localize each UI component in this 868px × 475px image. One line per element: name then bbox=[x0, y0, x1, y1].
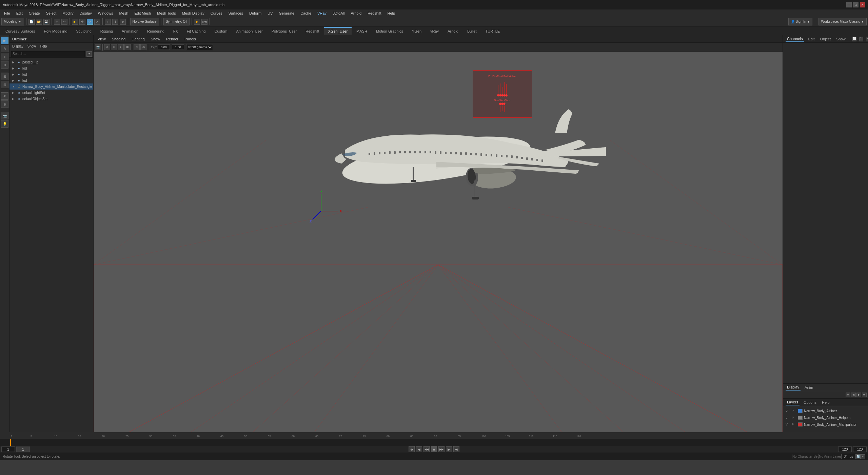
outliner-item-defaultlightset[interactable]: ▶ ◉ defaultLightSet bbox=[9, 90, 93, 96]
show-manipulator-btn[interactable]: ⊞ bbox=[1, 73, 8, 80]
menu-surfaces[interactable]: Surfaces bbox=[226, 11, 246, 16]
outliner-menu-help[interactable]: Help bbox=[39, 44, 48, 48]
status-icon-1[interactable]: 🔄 bbox=[856, 454, 861, 459]
go-to-end-btn[interactable]: ⏭ bbox=[453, 446, 459, 452]
minimize-button[interactable]: — bbox=[846, 2, 852, 7]
menu-3dtoa[interactable]: 3DtoAll bbox=[330, 11, 347, 16]
step-back-btn[interactable]: ◀ bbox=[416, 446, 422, 452]
snap-icon-btn[interactable]: ⊕ bbox=[1, 100, 8, 108]
light-btn[interactable]: 💡 bbox=[1, 120, 8, 128]
outliner-item-manipulator[interactable]: ▼ ⬡ Narrow_Body_Airliner_Manipulator_Rec… bbox=[9, 83, 93, 90]
menu-vray[interactable]: VRay bbox=[315, 11, 329, 16]
lasso-tool-btn[interactable]: ○ bbox=[1, 53, 8, 60]
frame-end-input[interactable] bbox=[853, 446, 867, 452]
go-to-start-btn[interactable]: ⏮ bbox=[409, 446, 415, 452]
frame-start-input[interactable] bbox=[1, 446, 15, 452]
viewport-canvas[interactable]: Y X Z Pos Elev Ruddr Ruddr Ailron bbox=[94, 52, 783, 451]
playback-end-input[interactable] bbox=[838, 446, 852, 452]
outliner-menu-display[interactable]: Display bbox=[11, 44, 25, 48]
outliner-search-input[interactable] bbox=[11, 51, 85, 57]
tab-fit-caching[interactable]: Fit Caching bbox=[183, 27, 210, 35]
tab-redshift[interactable]: Redshift bbox=[301, 27, 323, 35]
viewport-menu-panels[interactable]: Panels bbox=[182, 36, 199, 42]
vp-shaded-icon[interactable]: ● bbox=[118, 44, 124, 50]
outliner-item-lod3[interactable]: ▶ ■ lod bbox=[9, 77, 93, 83]
vp-wireframe-icon[interactable]: ⊞ bbox=[111, 44, 117, 50]
menu-display[interactable]: Display bbox=[77, 11, 95, 16]
menu-help[interactable]: Help bbox=[385, 11, 398, 16]
tab-fx[interactable]: FX bbox=[169, 27, 182, 35]
outliner-item-defaultobjectset[interactable]: ▶ ◉ defaultObjectSet bbox=[9, 96, 93, 102]
undo-icon[interactable]: ↩ bbox=[54, 19, 60, 25]
tab-help-layers[interactable]: Help bbox=[821, 400, 831, 405]
menu-mesh[interactable]: Mesh bbox=[116, 11, 131, 16]
paint-tool-btn[interactable]: ✎ bbox=[1, 45, 8, 52]
snap-grid-icon[interactable]: # bbox=[105, 19, 111, 25]
outliner-item-lod2[interactable]: ▶ ■ lod bbox=[9, 71, 93, 77]
tab-bullet[interactable]: Bullet bbox=[463, 27, 481, 35]
tab-mash[interactable]: MASH bbox=[352, 27, 371, 35]
tab-poly-modeling[interactable]: Poly Modeling bbox=[40, 27, 71, 35]
layer-row-manipulator[interactable]: V P Narrow_Body_Airliner_Manipulator bbox=[783, 421, 868, 428]
snap-point-icon[interactable]: ⊕ bbox=[120, 19, 126, 25]
step-forward-btn[interactable]: ▶ bbox=[446, 446, 452, 452]
outliner-item-lod1[interactable]: ▶ ■ lod bbox=[9, 65, 93, 71]
menu-arnold[interactable]: Arnold bbox=[348, 11, 364, 16]
menu-redshift[interactable]: Redshift bbox=[365, 11, 384, 16]
select-tool-icon[interactable]: ▶ bbox=[72, 19, 78, 25]
symmetry-btn[interactable]: Symmetry: Off bbox=[163, 18, 190, 25]
viewport[interactable]: View Shading Lighting Show Render Panels… bbox=[94, 35, 783, 451]
workspace-selector[interactable]: Workspace: Maya Classic ▼ bbox=[818, 18, 867, 25]
outliner-menu-show[interactable]: Show bbox=[26, 44, 37, 48]
viewport-menu-show[interactable]: Show bbox=[148, 36, 163, 42]
camera-btn[interactable]: 📷 bbox=[1, 112, 8, 119]
viewport-menu-lighting[interactable]: Lighting bbox=[129, 36, 147, 42]
outliner-search-icon[interactable]: ▼ bbox=[86, 51, 92, 57]
tab-object[interactable]: Object bbox=[818, 36, 832, 42]
layer-first-icon[interactable]: ⏮ bbox=[846, 393, 850, 397]
select-tool-btn[interactable]: ▶ bbox=[1, 37, 8, 44]
stop-btn[interactable]: ■ bbox=[431, 446, 437, 452]
menu-create[interactable]: Create bbox=[26, 11, 43, 16]
viewport-menu-render[interactable]: Render bbox=[163, 36, 181, 42]
play-forward-btn[interactable]: ▶▶ bbox=[438, 446, 445, 452]
move-tool-icon[interactable]: ✛ bbox=[79, 19, 85, 25]
menu-mesh-tools[interactable]: Mesh Tools bbox=[154, 11, 178, 16]
menu-generate[interactable]: Generate bbox=[276, 11, 297, 16]
colorspace-selector[interactable]: sRGB gamma bbox=[186, 44, 213, 50]
menu-edit-mesh[interactable]: Edit Mesh bbox=[132, 11, 154, 16]
snap-to-grid-btn[interactable]: # bbox=[1, 92, 8, 100]
viewport-menu-shading[interactable]: Shading bbox=[109, 36, 128, 42]
tab-display[interactable]: Display bbox=[786, 384, 801, 391]
new-scene-icon[interactable]: 📄 bbox=[28, 19, 35, 25]
menu-deform[interactable]: Deform bbox=[246, 11, 264, 16]
tab-ygen[interactable]: YGen bbox=[408, 27, 426, 35]
tab-xgen-user[interactable]: XGen_User bbox=[324, 27, 352, 35]
menu-edit[interactable]: Edit bbox=[14, 11, 25, 16]
tab-animation[interactable]: Animation bbox=[118, 27, 142, 35]
tab-sculpting[interactable]: Sculpting bbox=[72, 27, 96, 35]
layer-prev-icon[interactable]: ◀ bbox=[851, 393, 856, 397]
tab-rendering[interactable]: Rendering bbox=[143, 27, 169, 35]
no-live-surface-btn[interactable]: No Live Surface bbox=[130, 18, 159, 25]
layer-row-helpers[interactable]: V P Narrow_Body_Airliner_Helpers bbox=[783, 414, 868, 421]
tab-custom[interactable]: Custom bbox=[210, 27, 231, 35]
tab-polygons-user[interactable]: Polygons_User bbox=[268, 27, 301, 35]
save-scene-icon[interactable]: 💾 bbox=[43, 19, 50, 25]
vp-shadow-icon[interactable]: ◑ bbox=[140, 44, 146, 50]
viewport-menu-view[interactable]: View bbox=[95, 36, 108, 42]
sculpt-tool-btn[interactable]: ⊛ bbox=[1, 61, 8, 69]
tab-show[interactable]: Show bbox=[835, 36, 847, 42]
menu-curves[interactable]: Curves bbox=[208, 11, 225, 16]
snap-curve-icon[interactable]: ⌇ bbox=[112, 19, 118, 25]
tab-layers[interactable]: Layers bbox=[786, 399, 800, 405]
close-button[interactable]: ✕ bbox=[860, 2, 865, 7]
mode-selector[interactable]: Modeling ▼ bbox=[1, 18, 24, 25]
menu-uv[interactable]: UV bbox=[265, 11, 275, 16]
menu-mesh-display[interactable]: Mesh Display bbox=[179, 11, 207, 16]
tab-animation-user[interactable]: Animation_User bbox=[232, 27, 267, 35]
outliner-item-pasted[interactable]: ▶ ■ pasted__p bbox=[9, 59, 93, 65]
menu-modify[interactable]: Modify bbox=[60, 11, 76, 16]
exposure-input[interactable] bbox=[158, 44, 170, 50]
sign-in-btn[interactable]: 👤 Sign In ▼ bbox=[788, 18, 812, 25]
